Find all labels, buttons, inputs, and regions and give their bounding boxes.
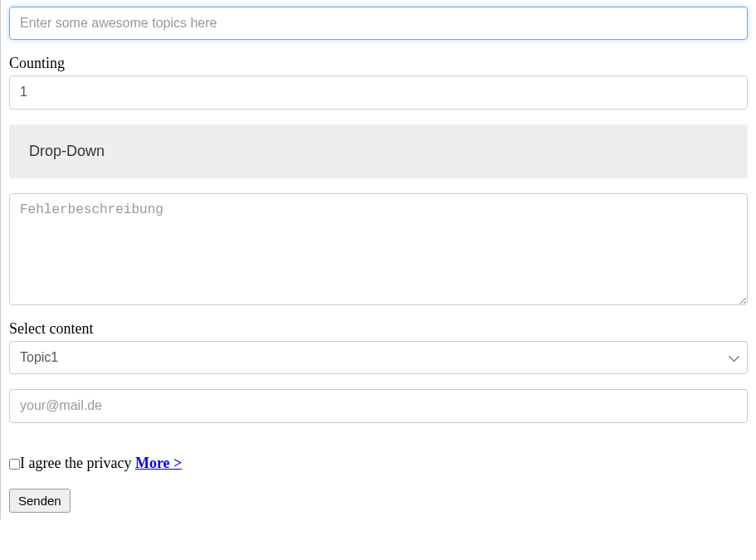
privacy-text: I agree the privacy [20, 455, 135, 471]
counting-input[interactable] [9, 75, 748, 109]
submit-button[interactable]: Senden [9, 489, 71, 513]
select-content-label: Select content [9, 320, 748, 338]
privacy-more-link[interactable]: More > [135, 455, 182, 471]
topics-input[interactable] [9, 7, 748, 40]
dropdown-panel[interactable]: Drop-Down [9, 124, 748, 178]
select-content-dropdown[interactable]: Topic1 [9, 341, 748, 374]
dropdown-panel-title: Drop-Down [29, 143, 105, 159]
privacy-checkbox[interactable] [9, 459, 20, 470]
email-input[interactable] [9, 389, 748, 422]
description-textarea[interactable] [9, 193, 748, 305]
counting-label: Counting [9, 55, 748, 72]
